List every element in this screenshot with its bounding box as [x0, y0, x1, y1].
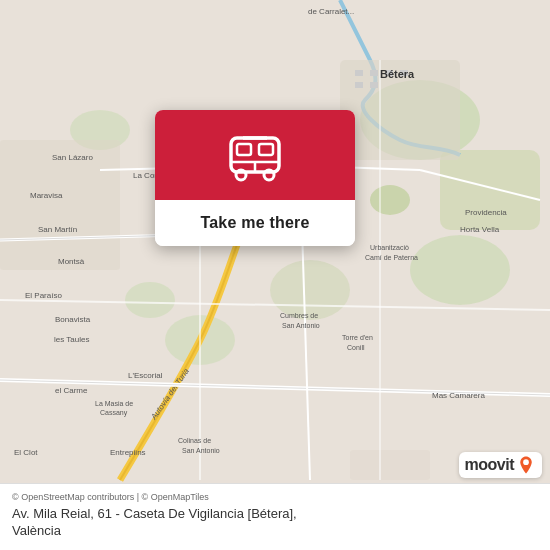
svg-text:Cassany: Cassany	[100, 409, 128, 417]
svg-text:Maravisa: Maravisa	[30, 191, 63, 200]
svg-rect-25	[370, 70, 378, 76]
svg-text:de Carralet...: de Carralet...	[308, 7, 354, 16]
svg-point-8	[125, 282, 175, 318]
svg-text:el Carme: el Carme	[55, 386, 88, 395]
svg-point-67	[523, 459, 529, 465]
transit-icon	[223, 132, 287, 184]
location-name: Av. Mila Reial, 61 - Caseta De Vigilanci…	[12, 506, 538, 540]
svg-text:Montsà: Montsà	[58, 257, 85, 266]
svg-rect-60	[237, 144, 251, 155]
navigation-card: Take me there	[155, 110, 355, 246]
svg-text:El Paraíso: El Paraíso	[25, 291, 62, 300]
moovit-pin-icon	[516, 455, 536, 475]
svg-text:Camí de Paterna: Camí de Paterna	[365, 254, 418, 261]
svg-text:La Masia de: La Masia de	[95, 400, 133, 407]
svg-text:San Martín: San Martín	[38, 225, 77, 234]
svg-point-2	[410, 235, 510, 305]
svg-point-65	[264, 170, 274, 180]
svg-text:San Antonio: San Antonio	[282, 322, 320, 329]
svg-text:L'Escorial: L'Escorial	[128, 371, 163, 380]
svg-text:Entrepiins: Entrepiins	[110, 448, 146, 457]
svg-text:Providencia: Providencia	[465, 208, 507, 217]
card-header	[155, 110, 355, 200]
map-container: Autovía del Turia Bétera San Lázaro Mara…	[0, 0, 550, 550]
svg-point-7	[370, 185, 410, 215]
svg-rect-24	[355, 70, 363, 76]
svg-rect-6	[440, 150, 540, 230]
svg-text:Horta Vella: Horta Vella	[460, 225, 500, 234]
svg-text:Bonavista: Bonavista	[55, 315, 91, 324]
moovit-logo: moovit	[459, 452, 542, 478]
svg-text:les Taules: les Taules	[54, 335, 89, 344]
svg-text:Colinas de: Colinas de	[178, 437, 211, 444]
svg-text:Mas Camarera: Mas Camarera	[432, 391, 485, 400]
map-attribution: © OpenStreetMap contributors | © OpenMap…	[12, 492, 538, 502]
svg-rect-61	[259, 144, 273, 155]
svg-text:Cumbres de: Cumbres de	[280, 312, 318, 319]
svg-text:San Antonio: San Antonio	[182, 447, 220, 454]
svg-text:Conill: Conill	[347, 344, 365, 351]
svg-point-64	[236, 170, 246, 180]
take-me-there-button[interactable]: Take me there	[155, 200, 355, 246]
svg-text:Bétera: Bétera	[380, 68, 415, 80]
svg-text:Urbanitzaciò: Urbanitzaciò	[370, 244, 409, 251]
bottom-bar: © OpenStreetMap contributors | © OpenMap…	[0, 483, 550, 550]
moovit-wordmark: moovit	[465, 456, 514, 474]
svg-text:San Lázaro: San Lázaro	[52, 153, 93, 162]
svg-rect-29	[370, 82, 378, 88]
svg-text:Torre d'en: Torre d'en	[342, 334, 373, 341]
svg-rect-28	[355, 82, 363, 88]
svg-rect-11	[350, 450, 430, 480]
svg-text:El Clot: El Clot	[14, 448, 38, 457]
svg-point-3	[270, 260, 350, 320]
